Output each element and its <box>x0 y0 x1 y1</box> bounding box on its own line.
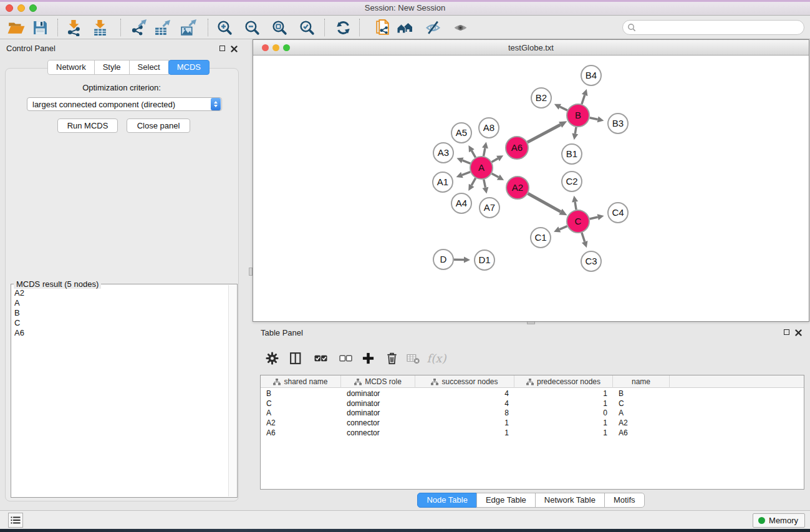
table-cell: A <box>613 409 670 417</box>
graph-edge-B-B1[interactable] <box>575 127 576 134</box>
new-network-from-selection-button[interactable] <box>372 18 394 37</box>
tab-select[interactable]: Select <box>129 60 169 75</box>
refresh-view-button[interactable] <box>332 18 354 37</box>
search-field[interactable] <box>622 20 804 35</box>
tab-motifs[interactable]: Motifs <box>604 493 645 508</box>
table-row[interactable]: A2connector11A2 <box>261 418 804 428</box>
search-input[interactable] <box>639 23 804 32</box>
graph-edge-C-C4[interactable] <box>590 217 598 219</box>
graph-edge-C-C1[interactable] <box>559 226 567 230</box>
function-builder-button[interactable]: f(x) <box>427 349 446 367</box>
graph-edge-A-A8[interactable] <box>484 148 485 156</box>
main-toolbar <box>0 16 810 39</box>
mcds-result-scrollbar[interactable] <box>228 285 236 496</box>
memory-button[interactable]: Memory <box>753 513 805 528</box>
control-panel: Control Panel NetworkStyleSelectMCDS Opt… <box>0 39 243 510</box>
checked-boxes-icon <box>314 352 327 364</box>
tab-edge-table[interactable]: Edge Table <box>476 493 536 508</box>
mcds-result-item[interactable]: A <box>12 298 228 308</box>
tab-network[interactable]: Network <box>47 60 95 75</box>
open-file-button[interactable] <box>5 18 27 37</box>
table-row[interactable]: A6connector11A6 <box>261 428 804 438</box>
network-canvas[interactable]: B4B2BB3A5A8A6B1A3AC2A1A2A4A7C4CC1DD1C3 <box>253 56 809 321</box>
mcds-result-item[interactable]: A6 <box>12 328 228 338</box>
column-header-shared-name[interactable]: shared name <box>261 375 341 388</box>
graph-edge-arrowhead <box>582 89 588 96</box>
graph-edge-A2-C[interactable] <box>528 193 561 211</box>
dropdown-stepper-icon <box>211 98 221 110</box>
graph-edge-B-B4[interactable] <box>582 95 585 104</box>
hide-selected-button[interactable] <box>422 18 444 37</box>
save-session-button[interactable] <box>29 18 51 37</box>
mcds-result-item[interactable]: B <box>12 308 228 318</box>
column-header-mcds-role[interactable]: MCDS role <box>341 375 415 388</box>
graph-node-label: C4 <box>612 207 624 218</box>
graph-edge-A-A1[interactable] <box>462 172 470 175</box>
tab-style[interactable]: Style <box>94 60 130 75</box>
graph-node-label: B2 <box>536 92 547 103</box>
mcds-result-item[interactable]: C <box>12 318 228 328</box>
zoom-fit-button[interactable] <box>268 18 291 37</box>
zoom-out-button[interactable] <box>241 18 263 37</box>
table-row[interactable]: Cdominator41C <box>261 399 804 409</box>
export-image-button[interactable] <box>177 18 200 37</box>
node-table: shared nameMCDS rolesuccessor nodesprede… <box>260 375 804 490</box>
delete-table-button[interactable] <box>403 349 422 367</box>
export-table-button[interactable] <box>151 18 173 37</box>
tab-mcds[interactable]: MCDS <box>168 60 210 75</box>
network-window-titlebar[interactable]: testGlobe.txt <box>253 40 809 56</box>
home-houses-icon <box>397 20 414 35</box>
graph-edge-A-A5[interactable] <box>471 151 475 158</box>
table-options-button[interactable] <box>263 349 281 367</box>
export-network-button[interactable] <box>127 18 150 37</box>
close-panel-button[interactable]: Close panel <box>127 118 190 133</box>
tab-network-table[interactable]: Network Table <box>535 493 605 508</box>
graph-edge-A-A2[interactable] <box>492 173 499 177</box>
graph-edge-A-A7[interactable] <box>484 180 486 188</box>
show-columns-button[interactable] <box>286 349 305 367</box>
select-all-rows-button[interactable] <box>311 349 330 367</box>
delete-columns-button[interactable] <box>382 349 401 367</box>
graph-edge-B-B2[interactable] <box>560 107 567 110</box>
graph-edge-C-C2[interactable] <box>575 202 576 210</box>
graph-edge-C-C3[interactable] <box>582 233 585 242</box>
zoom-in-button[interactable] <box>213 18 236 37</box>
graph-node-label: A6 <box>511 142 523 153</box>
tab-node-table[interactable]: Node Table <box>417 493 477 508</box>
graph-edge-arrowhead <box>572 196 578 203</box>
close-panel-icon[interactable] <box>231 46 238 52</box>
search-icon <box>627 23 636 32</box>
graph-edge-A-A3[interactable] <box>463 160 471 163</box>
deselect-all-rows-button[interactable] <box>336 349 355 367</box>
table-row[interactable]: Bdominator41B <box>261 389 804 399</box>
first-neighbors-button[interactable] <box>394 18 417 37</box>
column-header-successor-nodes[interactable]: successor nodes <box>415 375 514 388</box>
graph-edge-A-A6[interactable] <box>492 158 498 162</box>
toolbar-separator <box>57 19 58 36</box>
graph-edge-arrowhead <box>482 142 488 149</box>
import-table-button[interactable] <box>89 18 111 37</box>
table-cell: A6 <box>613 428 670 437</box>
run-mcds-button[interactable]: Run MCDS <box>57 118 118 133</box>
show-all-button[interactable] <box>449 18 471 37</box>
import-network-button[interactable] <box>62 18 85 37</box>
graph-node-label: A8 <box>483 122 494 133</box>
create-column-button[interactable] <box>359 349 377 367</box>
float-table-panel-icon[interactable] <box>784 329 789 335</box>
column-header-predecessor-nodes[interactable]: predecessor nodes <box>514 375 613 388</box>
close-table-panel-icon[interactable] <box>795 329 802 336</box>
table-cell: C <box>261 399 341 408</box>
float-panel-icon[interactable] <box>219 46 225 51</box>
graph-node-label: C3 <box>585 256 597 266</box>
show-panels-button[interactable] <box>8 513 23 528</box>
zoom-selected-button[interactable] <box>296 18 318 37</box>
graph-edge-B-B3[interactable] <box>590 118 598 120</box>
mcds-result-item[interactable]: A2 <box>12 288 228 298</box>
optimization-criterion-select[interactable]: largest connected component (directed) <box>27 97 222 111</box>
graph-node-label: C <box>575 216 582 226</box>
graph-edge-A-A4[interactable] <box>471 178 476 186</box>
column-header-name[interactable]: name <box>613 375 670 388</box>
table-row[interactable]: Adominator80A <box>261 408 804 418</box>
table-cell: dominator <box>341 389 415 398</box>
graph-edge-A6-B[interactable] <box>528 125 561 142</box>
